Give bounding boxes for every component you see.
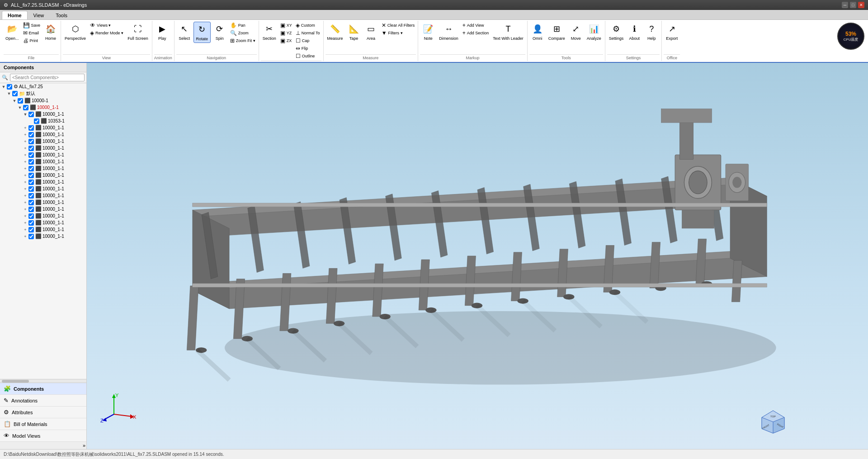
expand-panel-button[interactable]: » xyxy=(0,442,86,449)
measure-button[interactable]: 📏 Measure xyxy=(326,22,345,42)
list-item[interactable]: +⬛10000_1-1 xyxy=(0,138,86,145)
spin-button[interactable]: ⟳ Spin xyxy=(212,22,228,42)
tab-attributes[interactable]: ⚙ Attributes xyxy=(0,407,86,418)
zoom-fit-button[interactable]: ⊞ Zoom Fit ▾ xyxy=(229,37,257,44)
cb-10000-1-1-r[interactable] xyxy=(23,105,28,110)
section-button[interactable]: ✂ Section xyxy=(261,22,278,42)
zoom-button[interactable]: 🔍 Zoom xyxy=(229,29,257,37)
about-button[interactable]: ℹ About xyxy=(626,22,642,42)
tree-item-10000-1[interactable]: ▼ ⬛ 10000-1 xyxy=(0,97,86,104)
clear-all-button[interactable]: ✕ Clear All Filters xyxy=(380,22,416,29)
area-button[interactable]: ▭ Area xyxy=(363,22,379,42)
list-item[interactable]: +⬛10000_1-1 xyxy=(0,158,86,165)
scrollbar-thumb[interactable] xyxy=(2,380,29,383)
tab-tools[interactable]: Tools xyxy=(50,11,73,19)
text-with-leader-button[interactable]: T Text With Leader xyxy=(491,22,525,42)
ribbon-group-animation: ▶ Play Animation xyxy=(152,21,175,61)
list-item[interactable]: +⬛10000_1-1 xyxy=(0,206,86,213)
list-item[interactable]: +⬛10000_1-1 xyxy=(0,179,86,185)
render-mode-button[interactable]: ◈ Render Mode ▾ xyxy=(89,29,125,37)
expand-icon-default[interactable]: ▼ xyxy=(6,91,12,96)
move-button[interactable]: ⤢ Move xyxy=(568,22,584,42)
list-item[interactable]: +⬛10000_1-1 xyxy=(0,172,86,179)
fullscreen-button[interactable]: ⛶ Full Screen xyxy=(126,22,150,42)
list-item[interactable]: +⬛10000_1-1 xyxy=(0,199,86,206)
perspective-button[interactable]: ⬡ Perspective xyxy=(63,22,88,42)
play-button[interactable]: ▶ Play xyxy=(154,22,170,42)
list-item[interactable]: +⬛10000_1-1 xyxy=(0,192,86,199)
list-item[interactable]: +⬛10000_1-1 xyxy=(0,131,86,138)
tab-view[interactable]: View xyxy=(28,11,50,19)
cb-10000-1-1-a[interactable] xyxy=(28,112,34,117)
tree-item-10000-1-1-red[interactable]: ▼ ⬛ 10000_1-1 xyxy=(0,104,86,111)
list-item[interactable]: +⬛10000_1-1 xyxy=(0,219,86,226)
tab-components[interactable]: 🧩 Components xyxy=(0,383,86,395)
list-item[interactable]: +⬛10000_1-1 xyxy=(0,213,86,219)
cb-10353[interactable] xyxy=(34,118,39,124)
help-button[interactable]: ? Help xyxy=(643,22,660,42)
cb-10000-1[interactable] xyxy=(18,98,23,104)
custom-button[interactable]: ◈ Custom xyxy=(294,22,321,29)
tree-item-10353-1[interactable]: ⬛ 10353-1 xyxy=(0,118,86,124)
export-button[interactable]: ↗ Export xyxy=(664,22,680,42)
lbl-10000-1-1-a: 10000_1-1 xyxy=(42,112,64,117)
viewport[interactable]: Y X Z TOP xyxy=(87,63,868,449)
tree-item-10000-1-1-a[interactable]: ▼ ⬛ 10000_1-1 xyxy=(0,111,86,118)
xy-button[interactable]: ▣ XY xyxy=(279,22,293,29)
root-checkbox[interactable] xyxy=(7,84,12,90)
expand-10353[interactable] xyxy=(28,118,33,124)
expand-icon[interactable]: ▼ xyxy=(1,84,6,90)
pan-button[interactable]: ✋ Pan xyxy=(229,22,257,29)
list-item[interactable]: +⬛10000_1-1 xyxy=(0,233,86,240)
dimension-button[interactable]: ↔ Dimension xyxy=(437,22,460,42)
tree-item-default[interactable]: ▼ 📁 默认 xyxy=(0,90,86,97)
print-button[interactable]: 🖨 Print xyxy=(22,37,42,44)
close-button[interactable]: ✕ xyxy=(858,2,864,8)
list-item[interactable]: +⬛10000_1-1 xyxy=(0,145,86,151)
filters-button[interactable]: ▼ Filters ▾ xyxy=(380,29,416,37)
list-item[interactable]: +⬛10000_1-1 xyxy=(0,124,86,131)
yz-button[interactable]: ▣ YZ xyxy=(279,29,293,37)
add-view-button[interactable]: + Add View xyxy=(461,22,491,29)
rotate-button[interactable]: ↻ Rotate xyxy=(193,22,211,43)
search-input[interactable] xyxy=(10,74,85,81)
save-button[interactable]: 💾 Save xyxy=(22,22,42,29)
analyze-button[interactable]: 📊 Analyze xyxy=(585,22,603,42)
view-cube[interactable]: TOP RIGHT FRONT xyxy=(760,408,787,435)
tree-container[interactable]: ▼ ⚙ ALL_fix7.25 ▼ 📁 默认 ▼ ⬛ 10000-1 ▼ xyxy=(0,83,86,379)
list-item[interactable]: +⬛10000_1-1 xyxy=(0,151,86,158)
tab-bill-of-materials[interactable]: 📋 Bill of Materials xyxy=(0,418,86,430)
tab-model-views[interactable]: 👁 Model Views xyxy=(0,430,86,442)
normal-to-button[interactable]: ⊥ Normal To xyxy=(294,29,321,37)
list-item[interactable]: +⬛10000_1-1 xyxy=(0,185,86,192)
email-button[interactable]: ✉ Email xyxy=(22,29,42,37)
add-section-button[interactable]: + Add Section xyxy=(461,29,491,37)
flip-button[interactable]: ⇔ Flip xyxy=(294,45,321,52)
maximize-button[interactable]: □ xyxy=(850,2,856,8)
settings-button[interactable]: ⚙ Settings xyxy=(607,22,626,42)
open-button[interactable]: 📂 Open... xyxy=(4,22,21,42)
expand-10000-1-1-a[interactable]: ▼ xyxy=(23,112,28,117)
horizontal-scrollbar[interactable] xyxy=(0,379,86,383)
outline-button[interactable]: ☐ Outline xyxy=(294,52,321,60)
ribbon-group-view: ⬡ Perspective 👁 Views ▾ ◈ Render Mode ▾ … xyxy=(61,21,152,61)
list-item[interactable]: +⬛10000_1-1 xyxy=(0,165,86,172)
expand-10000-1-1-r[interactable]: ▼ xyxy=(17,105,23,110)
tree-root[interactable]: ▼ ⚙ ALL_fix7.25 xyxy=(0,83,86,90)
filters-icon: ▼ xyxy=(382,30,387,36)
tab-home[interactable]: Home xyxy=(2,11,28,19)
select-button[interactable]: ↖ Select xyxy=(176,22,193,42)
tab-annotations[interactable]: ✎ Annotations xyxy=(0,395,86,407)
views-button[interactable]: 👁 Views ▾ xyxy=(89,22,125,29)
compare-button[interactable]: ⊞ Compare xyxy=(547,22,567,42)
minimize-button[interactable]: ─ xyxy=(842,2,848,8)
checkbox-default[interactable] xyxy=(12,91,18,96)
note-button[interactable]: 📝 Note xyxy=(420,22,436,42)
cap-button[interactable]: ☐ Cap xyxy=(294,37,321,44)
expand-10000-1[interactable]: ▼ xyxy=(12,98,17,104)
list-item[interactable]: +⬛10000_1-1 xyxy=(0,226,86,233)
tape-button[interactable]: 📐 Tape xyxy=(346,22,362,42)
zx-button[interactable]: ▣ ZX xyxy=(279,37,293,44)
home-button[interactable]: 🏠 Home xyxy=(42,22,59,42)
omni-button[interactable]: 👤 Omni xyxy=(529,22,546,42)
